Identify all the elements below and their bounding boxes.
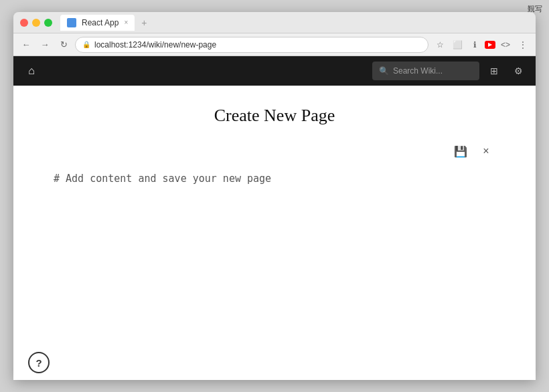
tab-close-button[interactable]: × [124, 19, 128, 26]
menu-button[interactable]: ⋮ [516, 37, 530, 52]
editor-area[interactable]: # Add content and save your new page [40, 166, 509, 300]
maximize-traffic-light[interactable] [44, 19, 52, 27]
close-editor-button[interactable]: × [477, 142, 495, 161]
user-initials: 覲写 [528, 12, 536, 14]
refresh-button[interactable]: ↻ [56, 37, 71, 52]
lock-icon: 🔒 [82, 41, 90, 48]
minimize-traffic-light[interactable] [32, 19, 40, 27]
save-icon: 💾 [454, 145, 467, 158]
new-tab-button[interactable]: + [137, 16, 151, 29]
close-icon: × [483, 145, 489, 157]
tab-label: React App [82, 18, 119, 27]
toolbar-icons: ☆ ⬜ ℹ ▶ <> ⋮ [433, 37, 530, 52]
search-bar[interactable]: 🔍 Search Wiki... [372, 62, 479, 80]
browser-titlebar: React App × + 覲写 [13, 12, 536, 33]
help-button[interactable]: ? [28, 352, 50, 373]
app-navbar: ⌂ 🔍 Search Wiki... ⊞ ⚙ [13, 56, 536, 86]
code-button[interactable]: <> [498, 37, 513, 52]
traffic-lights [20, 19, 52, 27]
search-icon: 🔍 [379, 66, 389, 76]
settings-button[interactable]: ⚙ [509, 62, 528, 80]
browser-window: React App × + 覲写 ← → ↻ 🔒 localhost:1234/… [13, 12, 536, 380]
screenshot-button[interactable]: ⬜ [450, 37, 465, 52]
browser-tab[interactable]: React App × [60, 15, 135, 31]
back-button[interactable]: ← [19, 37, 33, 52]
tab-favicon [67, 18, 76, 27]
home-button[interactable]: ⌂ [21, 61, 42, 81]
forward-button[interactable]: → [37, 37, 52, 52]
editor-placeholder: # Add content and save your new page [54, 173, 271, 185]
info-button[interactable]: ℹ [467, 37, 482, 52]
url-bar[interactable]: 🔒 localhost:1234/wiki/new/new-page [75, 37, 428, 53]
nav-left: ⌂ [21, 61, 42, 81]
close-traffic-light[interactable] [20, 19, 28, 27]
browser-toolbar: ← → ↻ 🔒 localhost:1234/wiki/new/new-page… [13, 33, 536, 56]
nav-right: 🔍 Search Wiki... ⊞ ⚙ [372, 62, 528, 80]
map-button[interactable]: ⊞ [485, 62, 503, 80]
bookmark-button[interactable]: ☆ [433, 37, 447, 52]
editor-toolbar: 💾 × [40, 142, 509, 161]
page-title: Create New Page [40, 106, 509, 126]
search-placeholder: Search Wiki... [393, 66, 443, 76]
youtube-icon[interactable]: ▶ [485, 41, 495, 49]
url-text: localhost:1234/wiki/new/new-page [94, 40, 216, 50]
page-content: Create New Page 💾 × # Add content and sa… [13, 86, 536, 380]
save-button[interactable]: 💾 [451, 142, 470, 161]
